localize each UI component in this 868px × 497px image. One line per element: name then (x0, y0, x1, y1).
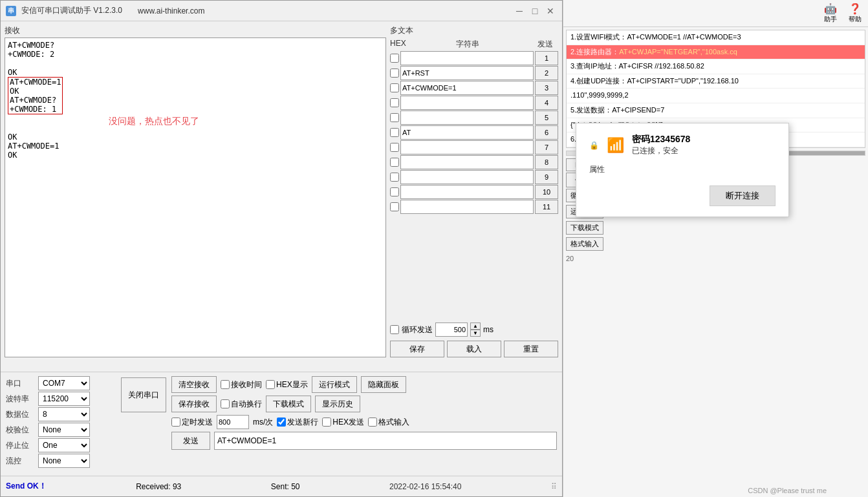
auto-newline-checkbox[interactable] (221, 399, 230, 408)
timed-send-text: 定时发送 (182, 417, 213, 428)
timed-unit-label: ms/次 (253, 417, 273, 428)
at-cmd-item-5[interactable]: 5.发送数据：AT+CIPSEND=7 (567, 103, 865, 118)
assistant-btn[interactable]: 🤖 助手 (820, 1, 841, 25)
csdn-watermark: CSDN @Please trust me (745, 484, 829, 497)
show-history-btn[interactable]: 显示历史 (315, 396, 360, 412)
open-port-button[interactable]: 关闭串口 (121, 377, 166, 412)
hide-panel-btn[interactable]: 隐藏面板 (361, 376, 406, 393)
help-icon: ❓ (849, 3, 862, 15)
help-btn[interactable]: ❓ 帮助 (845, 1, 865, 25)
recv-time-checkbox[interactable] (221, 380, 230, 389)
at-cmd-item-4b[interactable]: .110",9999,9999,2 (567, 89, 865, 103)
flow-select[interactable]: None (38, 454, 90, 468)
send-text-input[interactable] (214, 432, 557, 450)
send-newline-text: 发送新行 (287, 417, 318, 428)
mt-row-7-input[interactable] (400, 140, 534, 154)
download-mode-btn[interactable]: 下载模式 (266, 396, 311, 412)
mt-row-8-hex[interactable] (390, 158, 399, 167)
minimize-button[interactable]: ─ (513, 5, 526, 17)
run-mode-btn[interactable]: 运行模式 (312, 376, 357, 393)
close-button[interactable]: ✕ (544, 5, 557, 17)
at-cmd-item-4[interactable]: 4.创建UDP连接：AT+CIPSTART="UDP","192.168.10 (567, 74, 865, 89)
mt-row-9-send-btn[interactable]: 9 (535, 170, 558, 184)
timed-send-checkbox[interactable] (171, 418, 180, 427)
mt-row-11-send-btn[interactable]: 11 (535, 200, 558, 214)
send-button[interactable]: 发送 (171, 432, 210, 450)
at-cmd-item-3[interactable]: 3.查询IP地址：AT+CIFSR //192.168.50.82 (567, 59, 865, 74)
auto-newline-label[interactable]: 自动换行 (221, 399, 262, 410)
timed-value-input[interactable] (217, 415, 249, 429)
baud-select[interactable]: 115200 (38, 392, 90, 406)
mt-row-9-input[interactable] (400, 170, 534, 184)
mt-row-8-input[interactable] (400, 155, 534, 169)
format-input-label[interactable]: 格式输入 (368, 417, 409, 428)
parity-select[interactable]: None (38, 423, 90, 437)
title-bar-left: 串 安信可串口调试助手 V1.2.3.0 www.ai-thinker.com (6, 5, 204, 16)
hex-display-label[interactable]: HEX显示 (266, 379, 308, 390)
recv-time-label[interactable]: 接收时间 (221, 379, 262, 390)
load-multitext-btn[interactable]: 载入 (447, 341, 501, 357)
mt-row-10-hex[interactable] (390, 187, 399, 196)
save-recv-btn[interactable]: 保存接收 (171, 396, 217, 412)
format-input-checkbox[interactable] (368, 418, 377, 427)
mt-row-2-send-btn[interactable]: 2 (535, 66, 558, 80)
mt-row-4-input[interactable] (400, 96, 534, 110)
main-window: 串 安信可串口调试助手 V1.2.3.0 www.ai-thinker.com … (0, 0, 563, 497)
save-multitext-btn[interactable]: 保存 (390, 341, 444, 357)
reset-multitext-btn[interactable]: 重置 (504, 341, 558, 357)
mt-row-6-input[interactable] (400, 125, 534, 140)
mt-row-5-input[interactable] (400, 111, 534, 125)
mt-row-7-hex[interactable] (390, 143, 399, 152)
wifi-disconnect-btn[interactable]: 断开连接 (710, 185, 776, 206)
mt-row-6-send-btn[interactable]: 6 (535, 125, 558, 140)
mt-row-3-input[interactable] (400, 81, 534, 95)
mt-row-2-input[interactable] (400, 66, 534, 80)
maximize-button[interactable]: □ (528, 5, 541, 17)
list-item: 8 (390, 155, 558, 169)
mt-row-4-hex[interactable] (390, 98, 399, 107)
stop-bits-select[interactable]: One (38, 438, 90, 452)
loop-interval-input[interactable] (435, 323, 468, 337)
hex-send-label[interactable]: HEX发送 (322, 417, 364, 428)
clear-recv-btn[interactable]: 清空接收 (171, 376, 217, 393)
list-item: 9 (390, 170, 558, 184)
timed-send-label[interactable]: 定时发送 (171, 417, 213, 428)
receive-area[interactable]: AT+CWMODE? +CWMODE: 2 OK AT+CWMODE=1 OK … (5, 37, 386, 357)
mt-row-11-input[interactable] (400, 200, 534, 214)
mt-row-8-send-btn[interactable]: 8 (535, 155, 558, 169)
lock-icon: 🔒 (589, 141, 599, 150)
data-bits-select[interactable]: 8 (38, 407, 90, 421)
mt-row-10-input[interactable] (400, 185, 534, 199)
mt-row-10-send-btn[interactable]: 10 (535, 185, 558, 199)
mt-row-7-send-btn[interactable]: 7 (535, 140, 558, 154)
mt-row-3-hex[interactable] (390, 83, 399, 92)
mt-row-9-hex[interactable] (390, 173, 399, 182)
at-cmd-item-1[interactable]: 1.设置WIFI模式：AT+CWMODE=1 //AT+CWMODE=3 (567, 30, 865, 45)
receive-text: AT+CWMODE? +CWMODE: 2 OK AT+CWMODE=1 OK … (8, 41, 383, 160)
format-input-side-btn[interactable]: 格式输入 (566, 237, 603, 251)
loop-send-checkbox[interactable] (390, 325, 399, 334)
mt-row-1-input[interactable] (400, 51, 534, 65)
spinner-up-btn[interactable]: ▲ (470, 323, 481, 330)
mt-row-4-send-btn[interactable]: 4 (535, 96, 558, 110)
port-select[interactable]: COM7 (38, 376, 90, 390)
hex-send-checkbox[interactable] (322, 418, 331, 427)
datetime-status: 2022-02-16 15:54:40 (389, 482, 461, 491)
mt-row-1-hex[interactable] (390, 54, 399, 63)
mt-row-5-hex[interactable] (390, 113, 399, 122)
mt-row-3-send-btn[interactable]: 3 (535, 81, 558, 95)
mt-row-11-hex[interactable] (390, 202, 399, 211)
mt-row-1-send-btn[interactable]: 1 (535, 51, 558, 65)
help-label: 帮助 (849, 15, 862, 24)
at-cmd-item-2[interactable]: 2.连接路由器：AT+CWJAP="NETGEAR","100ask.cq (567, 45, 865, 60)
resize-handle[interactable]: ⠿ (551, 482, 557, 491)
send-newline-label[interactable]: 发送新行 (277, 417, 318, 428)
download-mode-side-btn[interactable]: 下载模式 (566, 221, 603, 235)
hex-display-checkbox[interactable] (266, 380, 275, 389)
col-input-label: 字符串 (404, 39, 531, 50)
mt-row-2-hex[interactable] (390, 69, 399, 78)
mt-row-6-hex[interactable] (390, 128, 399, 137)
mt-row-5-send-btn[interactable]: 5 (535, 111, 558, 125)
send-newline-checkbox[interactable] (277, 418, 286, 427)
spinner-down-btn[interactable]: ▼ (470, 330, 481, 337)
